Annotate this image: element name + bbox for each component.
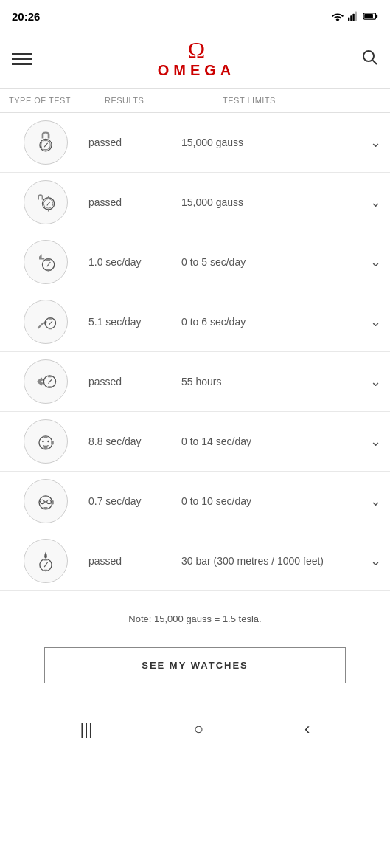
signal-icon [348, 11, 360, 21]
row-3-limit: 0 to 5 sec/day [178, 256, 364, 268]
table-row: 5.1 sec/day 0 to 6 sec/day ⌄ [0, 292, 390, 352]
svg-line-23 [47, 265, 49, 267]
bottom-nav-home[interactable]: ○ [194, 720, 203, 739]
svg-line-29 [49, 323, 51, 326]
note-section: Note: 15,000 gauss = 1.5 tesla. [0, 591, 390, 640]
svg-rect-38 [51, 441, 54, 444]
row-3-result: 1.0 sec/day [83, 256, 178, 268]
hamburger-menu-button[interactable] [12, 53, 32, 65]
svg-rect-31 [49, 328, 52, 329]
svg-point-45 [41, 500, 44, 503]
wifi-icon [331, 11, 344, 21]
table-row: passed 15,000 gauss ⌄ [0, 113, 390, 173]
row-2-limit: 15,000 gauss [178, 196, 364, 208]
status-icons [331, 11, 378, 21]
svg-point-37 [39, 436, 52, 450]
svg-rect-24 [46, 259, 50, 261]
svg-point-7 [363, 51, 374, 61]
col-limit-header: TEST LIMITS [223, 96, 390, 105]
note-text: Note: 15,000 gauss = 1.5 tesla. [128, 613, 261, 624]
row-icon-8 [9, 539, 83, 583]
row-7-limit: 0 to 10 sec/day [178, 495, 364, 507]
svg-rect-3 [355, 12, 357, 21]
row-icon-7 [9, 479, 83, 523]
svg-line-28 [50, 321, 52, 323]
svg-rect-42 [43, 447, 47, 449]
row-icon-1 [9, 120, 83, 165]
row-icon-6 [9, 419, 83, 464]
table-row: 0.7 sec/day 0 to 10 sec/day ⌄ [0, 472, 390, 531]
svg-line-13 [46, 143, 48, 145]
row-2-expand-button[interactable]: ⌄ [364, 194, 381, 210]
row-1-limit: 15,000 gauss [178, 137, 364, 148]
omega-brand-name: OMEGA [158, 62, 236, 79]
row-8-result: passed [83, 555, 178, 567]
svg-line-54 [44, 565, 46, 567]
status-bar: 20:26 [0, 0, 390, 32]
svg-rect-36 [48, 386, 52, 388]
svg-line-8 [373, 60, 377, 64]
table-row: 1.0 sec/day 0 to 5 sec/day ⌄ [0, 232, 390, 292]
svg-line-53 [46, 562, 48, 565]
see-my-watches-button[interactable]: SEE MY WATCHES [44, 647, 346, 683]
search-button[interactable] [361, 48, 378, 70]
row-2-result: passed [83, 196, 178, 208]
svg-point-46 [47, 500, 51, 503]
col-type-header: TYPE OF TEST [9, 96, 105, 105]
table-row: 8.8 sec/day 0 to 14 sec/day ⌄ [0, 412, 390, 472]
svg-line-14 [44, 145, 46, 148]
bottom-nav-recent-apps[interactable]: ||| [80, 720, 93, 739]
svg-point-43 [39, 496, 52, 509]
row-4-expand-button[interactable]: ⌄ [364, 314, 381, 330]
svg-line-48 [39, 501, 41, 502]
row-1-expand-button[interactable]: ⌄ [364, 134, 381, 151]
svg-rect-56 [43, 570, 47, 571]
table-header: TYPE OF TEST RESULTS TEST LIMITS [0, 88, 390, 113]
battery-icon [363, 12, 378, 21]
table-row: passed 55 hours ⌄ [0, 352, 390, 412]
svg-rect-55 [43, 559, 47, 560]
row-6-limit: 0 to 14 sec/day [178, 435, 364, 447]
svg-point-40 [47, 441, 49, 443]
row-icon-5 [9, 359, 83, 404]
row-4-limit: 0 to 6 sec/day [178, 316, 364, 328]
status-time: 20:26 [12, 10, 40, 23]
row-5-limit: 55 hours [178, 376, 364, 388]
svg-line-49 [51, 501, 52, 502]
svg-rect-5 [376, 15, 378, 18]
row-6-expand-button[interactable]: ⌄ [364, 433, 381, 450]
table-row: passed 15,000 gauss ⌄ [0, 173, 390, 232]
svg-line-17 [49, 202, 51, 204]
row-3-expand-button[interactable]: ⌄ [364, 254, 381, 270]
svg-line-33 [49, 379, 52, 382]
svg-rect-35 [48, 376, 52, 377]
svg-rect-50 [43, 496, 47, 497]
row-8-expand-button[interactable]: ⌄ [364, 553, 381, 569]
bottom-nav-back[interactable]: ‹ [304, 720, 310, 739]
btn-section: SEE MY WATCHES [0, 640, 390, 706]
omega-symbol: Ω [188, 38, 206, 62]
row-icon-3 [9, 240, 83, 284]
bottom-nav: ||| ○ ‹ [0, 709, 390, 749]
svg-rect-0 [348, 18, 349, 21]
svg-rect-2 [352, 14, 354, 21]
svg-line-22 [49, 262, 51, 265]
row-7-result: 0.7 sec/day [83, 495, 178, 507]
row-5-expand-button[interactable]: ⌄ [364, 373, 381, 390]
row-7-expand-button[interactable]: ⌄ [364, 493, 381, 509]
row-8-limit: 30 bar (300 metres / 1000 feet) [178, 555, 364, 567]
omega-logo: Ω OMEGA [158, 38, 236, 79]
svg-line-18 [47, 204, 49, 206]
row-icon-2 [9, 180, 83, 224]
row-icon-4 [9, 300, 83, 344]
svg-rect-41 [43, 436, 47, 438]
table-row: passed 30 bar (300 metres / 1000 feet) ⌄ [0, 531, 390, 591]
header: Ω OMEGA [0, 32, 390, 88]
svg-rect-25 [46, 269, 50, 271]
svg-line-34 [49, 382, 50, 384]
svg-rect-51 [43, 507, 47, 509]
svg-point-39 [42, 441, 44, 443]
svg-rect-30 [49, 318, 52, 320]
svg-rect-1 [350, 16, 352, 21]
svg-rect-6 [364, 14, 373, 18]
